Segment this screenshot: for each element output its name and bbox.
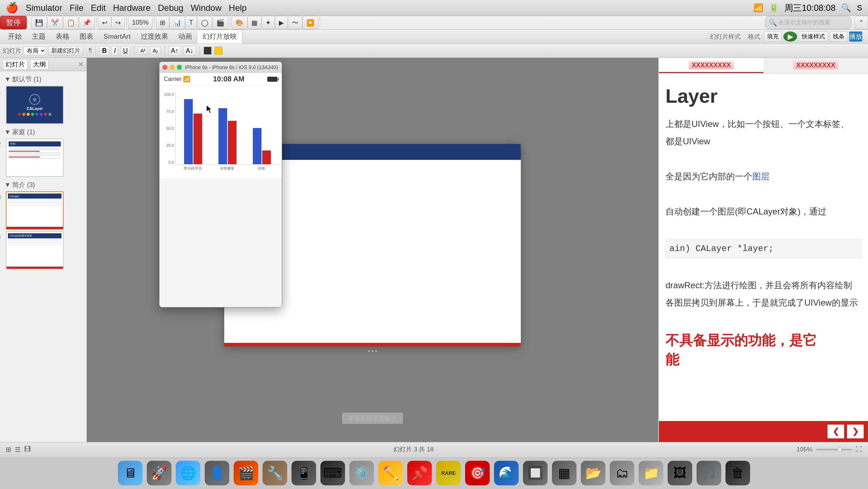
insert-shape-btn[interactable]: ◯ [197,16,212,29]
arrange-btn[interactable]: ▦ [247,16,261,29]
grid-view-btn[interactable]: ⊞ [6,446,11,454]
tab-chart[interactable]: 图表 [75,30,98,43]
font-size-dn-btn[interactable]: A↓ [183,46,196,56]
redo-btn[interactable]: ↪ [111,16,125,29]
style-btn[interactable]: ✦ [261,16,275,29]
zoom-btn[interactable]: 105% [128,16,153,29]
section-header-intro[interactable]: ▼ 简介 (3) [3,180,84,190]
dock-settings[interactable]: ⚙️ [349,461,374,485]
layout-select[interactable]: 布局 [24,47,46,55]
insert-table-btn[interactable]: ⊞ [156,16,169,29]
tab-theme[interactable]: 主题 [27,30,51,43]
dock-dvd[interactable]: 🎬 [234,461,258,485]
dock-sketch[interactable]: ✏️ [378,461,403,485]
highlight-color-btn[interactable] [214,47,222,55]
dock-app4[interactable]: ▦ [552,461,576,485]
dock-app3[interactable]: 🔲 [523,461,548,485]
panel-close-btn[interactable]: ✕ [78,60,84,68]
dock-app5[interactable]: 📂 [581,461,605,485]
font-color-btn[interactable] [204,47,212,55]
dock-finder[interactable]: 🖥 [118,461,142,485]
tab-animation[interactable]: 动画 [173,30,197,43]
underline-btn[interactable]: U [120,46,130,56]
film-view-btn[interactable]: 🎞 [24,446,31,453]
menu-debug[interactable]: Debug [158,3,183,13]
menu-window[interactable]: Window [191,3,221,13]
slide-item-2[interactable]: 2 学例 [6,139,81,177]
dock-app7[interactable]: 📁 [639,461,663,485]
slide-item-1[interactable]: 1 ⊕ CALayer [6,86,81,124]
insert-media-btn[interactable]: 🎬 [212,16,228,29]
insert-text-btn[interactable]: T [185,16,197,29]
layer-link[interactable]: 图层 [752,171,770,181]
cut-btn[interactable]: ✂️ [47,16,63,29]
tab-smartart[interactable]: SmartArt [98,31,136,42]
line-btn[interactable]: 〜 [288,16,302,29]
tab-slideshow[interactable]: 幻灯片放映 [197,30,242,43]
slide-thumb-1[interactable]: ⊕ CALayer [6,86,64,124]
undo-btn[interactable]: ↩ [98,16,111,29]
right-tab-1[interactable]: XXXXXXXXX [659,58,763,73]
dock-launchpad[interactable]: 🚀 [147,461,171,485]
sim-max-btn[interactable] [177,65,182,70]
menu-file[interactable]: File [69,3,84,13]
subscript-btn[interactable]: A₂ [150,47,161,55]
dock-rare[interactable]: RARE [436,461,461,485]
insert-chart-btn[interactable]: 📊 [169,16,185,29]
tab-start[interactable]: 开始 [3,30,27,43]
slide-thumb-3[interactable]: CALayer [6,191,64,230]
dock-app1[interactable]: 🎯 [465,461,490,485]
line-ctrl[interactable]: 线条 [830,31,848,42]
menu-help[interactable]: Help [229,3,247,13]
slides-tab-btn[interactable]: 幻灯片 [3,59,27,69]
sim-close-btn[interactable] [162,65,167,70]
paste-btn[interactable]: 📌 [79,16,95,29]
bold-btn[interactable]: B [99,46,109,56]
slide-thumb-4[interactable]: CALayer的基本使用 [6,231,64,269]
dock-popclip[interactable]: 📌 [407,461,432,485]
menu-hardware[interactable]: Hardware [113,3,150,13]
dock-tools[interactable]: 🔧 [263,461,287,485]
right-tab-2[interactable]: XXXXXXXXX [763,58,868,73]
dock-contacts[interactable]: 👤 [205,461,229,485]
dock-app8[interactable]: 🖼 [668,461,692,485]
section-header-family[interactable]: ▼ 家庭 (1) [3,127,84,137]
dock-app10[interactable]: 🗑 [726,461,750,485]
apple-menu[interactable]: 🍎 [6,2,18,14]
stop-button[interactable]: 暂停 [0,16,27,29]
outline-tab-btn[interactable]: 大纲 [30,59,48,69]
slide-item-4[interactable]: 4 CALayer的基本使用 [6,231,81,269]
tab-table[interactable]: 表格 [51,30,75,43]
dock-app9[interactable]: 🎵 [697,461,721,485]
play-ctrl[interactable]: ▶ [783,31,797,42]
copy-btn[interactable]: 📋 [63,16,79,29]
animate-btn[interactable]: ▶ [275,16,288,29]
new-slide-btn[interactable]: 新建幻灯片 [48,46,84,56]
prev-slide-btn[interactable]: ❮ [827,425,844,438]
dock-terminal[interactable]: ⌨ [320,461,345,485]
slide-thumb-2[interactable]: 学例 [6,139,64,177]
expand-btn[interactable]: ⌃ [855,16,868,29]
tab-transition[interactable]: 过渡效果 [136,30,173,43]
broadcast-ctrl[interactable]: 播放 [849,31,862,42]
menu-simulator[interactable]: Simulator [26,3,62,13]
dock-app2[interactable]: 🌊 [494,461,519,485]
fill-ctrl[interactable]: 填充 [764,31,782,42]
siri-icon[interactable]: S [857,3,862,13]
menu-edit[interactable]: Edit [91,3,106,13]
dock-app6[interactable]: 🗂 [610,461,634,485]
dock-iphone[interactable]: 📱 [292,461,316,485]
italic-btn[interactable]: I [111,46,118,56]
note-placeholder[interactable]: 单击此处添加备注 [342,413,403,424]
font-size-up-btn[interactable]: A↑ [169,46,181,56]
quickstyle-ctrl[interactable]: 快速样式 [799,31,828,42]
save-btn[interactable]: 💾 [31,16,47,29]
search-icon[interactable]: 🔍 [841,3,851,13]
next-slide-btn[interactable]: ❯ [847,425,864,438]
superscript-btn[interactable]: A² [138,47,148,55]
play-btn[interactable]: ▶️ [302,16,318,29]
search-box[interactable]: 🔍 在演示文稿中的搜索 [765,16,852,29]
outline-view-btn[interactable]: ☰ [15,446,21,454]
sim-min-btn[interactable] [170,65,175,70]
section-header-default[interactable]: ▼ 默认节 (1) [3,74,84,84]
